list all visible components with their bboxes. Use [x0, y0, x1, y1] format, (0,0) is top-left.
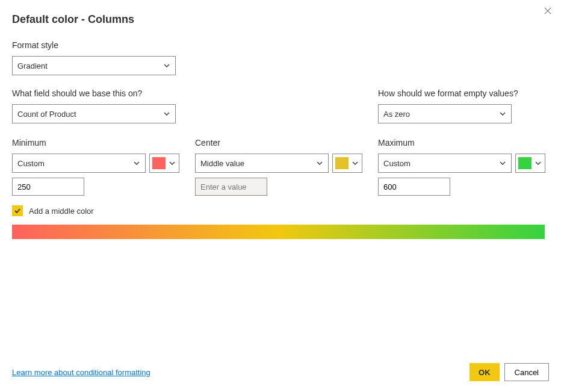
chevron-down-icon	[499, 110, 506, 117]
maximum-label: Maximum	[378, 138, 545, 148]
maximum-mode-value: Custom	[383, 159, 411, 168]
maximum-color-picker[interactable]	[515, 154, 545, 173]
checkmark-icon	[14, 207, 21, 214]
chevron-down-icon	[499, 160, 506, 167]
format-style-label: Format style	[12, 40, 549, 50]
close-button[interactable]	[542, 5, 554, 17]
maximum-mode-select[interactable]: Custom	[378, 154, 512, 173]
chevron-down-icon	[163, 62, 170, 69]
learn-more-link[interactable]: Learn more about conditional formatting	[12, 368, 150, 377]
center-mode-select[interactable]: Middle value	[195, 154, 329, 173]
chevron-down-icon	[316, 160, 323, 167]
format-style-value: Gradient	[17, 61, 48, 70]
minimum-mode-select[interactable]: Custom	[12, 154, 146, 173]
base-field-value: Count of Product	[17, 110, 76, 119]
maximum-value-input[interactable]	[378, 178, 450, 196]
center-mode-value: Middle value	[200, 159, 244, 168]
center-label: Center	[195, 138, 362, 148]
center-color-picker[interactable]	[332, 154, 362, 173]
dialog-title: Default color - Columns	[12, 13, 549, 26]
ok-button[interactable]: OK	[470, 363, 500, 381]
minimum-mode-value: Custom	[17, 159, 45, 168]
minimum-label: Minimum	[12, 138, 179, 148]
base-field-label: What field should we base this on?	[12, 89, 378, 98]
base-field-select[interactable]: Count of Product	[12, 104, 176, 123]
color-swatch-min	[152, 157, 166, 169]
minimum-value-input[interactable]	[12, 178, 84, 196]
gradient-preview	[12, 225, 545, 239]
minimum-color-picker[interactable]	[149, 154, 179, 173]
chevron-down-icon	[532, 154, 545, 172]
chevron-down-icon	[349, 154, 362, 172]
add-middle-color-checkbox[interactable]	[12, 205, 23, 216]
color-swatch-max	[518, 157, 532, 169]
cancel-button[interactable]: Cancel	[504, 363, 549, 381]
format-style-select[interactable]: Gradient	[12, 56, 176, 75]
color-swatch-center	[335, 157, 349, 169]
chevron-down-icon	[166, 154, 179, 172]
add-middle-color-label: Add a middle color	[29, 207, 94, 216]
empty-values-label: How should we format empty values?	[378, 89, 518, 98]
close-icon	[544, 7, 552, 15]
chevron-down-icon	[133, 160, 140, 167]
empty-values-select[interactable]: As zero	[378, 104, 512, 123]
center-value-input	[195, 178, 267, 196]
chevron-down-icon	[163, 110, 170, 117]
empty-values-value: As zero	[383, 110, 410, 119]
